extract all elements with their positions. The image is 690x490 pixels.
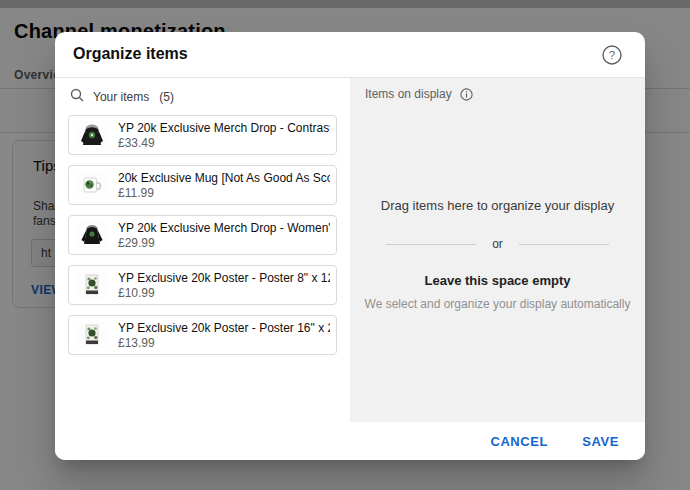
dialog-body: Your items (5) YP 20k Exclusive Merch Dr…: [55, 78, 645, 422]
save-button[interactable]: SAVE: [574, 428, 627, 455]
green-poster-thumbnail: [78, 321, 106, 349]
info-icon[interactable]: [460, 88, 473, 101]
leave-empty-subtitle: We select and organize your display auto…: [350, 297, 645, 311]
drop-zone-hint: Drag items here to organize your display…: [350, 198, 645, 311]
item-title: YP 20k Exclusive Merch Drop - Contrast C…: [118, 121, 330, 136]
items-search-row[interactable]: Your items (5): [55, 82, 350, 112]
item-title: YP Exclusive 20k Poster - Poster 16" x 2…: [118, 321, 330, 336]
item-card-hoodie-womens[interactable]: YP 20k Exclusive Merch Drop - Women's… £…: [68, 215, 337, 255]
items-on-display-label: Items on display: [365, 87, 452, 101]
dialog-title: Organize items: [73, 45, 188, 63]
item-title: 20k Exclusive Mug [Not As Good As Scobie…: [118, 171, 330, 186]
item-info: YP Exclusive 20k Poster - Poster 16" x 2…: [118, 321, 336, 350]
item-info: YP 20k Exclusive Merch Drop - Women's… £…: [118, 221, 336, 250]
item-price: £10.99: [118, 286, 330, 300]
item-title: YP 20k Exclusive Merch Drop - Women's…: [118, 221, 330, 236]
item-card-poster-large[interactable]: YP Exclusive 20k Poster - Poster 16" x 2…: [68, 315, 337, 355]
item-card-poster-small[interactable]: YP Exclusive 20k Poster - Poster 8" x 12…: [68, 265, 337, 305]
divider-line: [519, 244, 609, 245]
svg-text:?: ?: [609, 49, 615, 61]
black-hoodie-thumbnail: [78, 121, 106, 149]
search-icon: [70, 88, 84, 106]
cancel-button[interactable]: CANCEL: [482, 428, 556, 455]
item-price: £11.99: [118, 186, 330, 200]
item-info: 20k Exclusive Mug [Not As Good As Scobie…: [118, 171, 336, 200]
item-price: £13.99: [118, 336, 330, 350]
green-poster-thumbnail: [78, 271, 106, 299]
or-label: or: [492, 237, 503, 251]
item-price: £29.99: [118, 236, 330, 250]
dialog-header: Organize items ?: [55, 32, 645, 78]
items-count: (5): [159, 90, 174, 104]
items-on-display-panel[interactable]: Items on display Drag items here to orga…: [350, 78, 645, 422]
items-on-display-header: Items on display: [365, 87, 473, 101]
white-mug-thumbnail: [78, 171, 106, 199]
your-items-panel: Your items (5) YP 20k Exclusive Merch Dr…: [55, 78, 350, 422]
items-list: YP 20k Exclusive Merch Drop - Contrast C…: [55, 112, 350, 355]
item-price: £33.49: [118, 136, 330, 150]
item-info: YP Exclusive 20k Poster - Poster 8" x 12…: [118, 271, 336, 300]
drag-hint-text: Drag items here to organize your display: [350, 198, 645, 213]
your-items-label: Your items: [93, 90, 149, 104]
organize-items-dialog: Organize items ? Your items (5): [55, 32, 645, 460]
or-divider: or: [350, 237, 645, 251]
black-sweater-thumbnail: [78, 221, 106, 249]
item-info: YP 20k Exclusive Merch Drop - Contrast C…: [118, 121, 336, 150]
dialog-footer: CANCEL SAVE: [55, 422, 645, 460]
divider-line: [386, 244, 476, 245]
item-title: YP Exclusive 20k Poster - Poster 8" x 12…: [118, 271, 330, 286]
item-card-mug[interactable]: 20k Exclusive Mug [Not As Good As Scobie…: [68, 165, 337, 205]
item-card-hoodie-contrast[interactable]: YP 20k Exclusive Merch Drop - Contrast C…: [68, 115, 337, 155]
help-icon[interactable]: ?: [601, 44, 623, 66]
leave-empty-title: Leave this space empty: [350, 273, 645, 288]
